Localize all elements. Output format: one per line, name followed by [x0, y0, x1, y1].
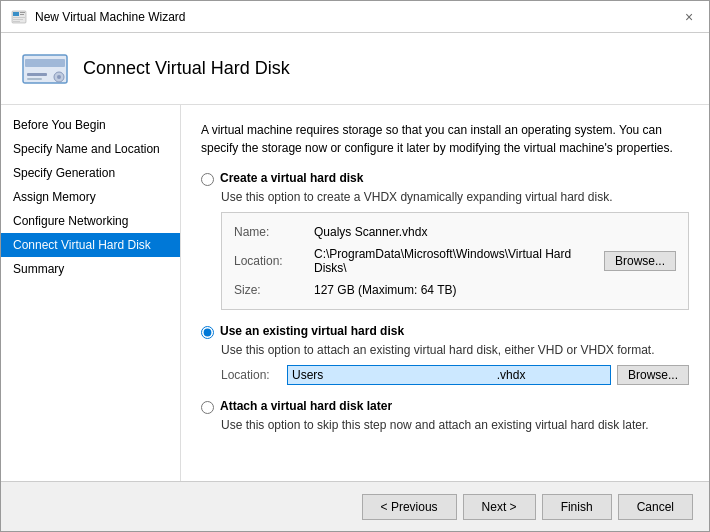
option1-group: Create a virtual hard disk Use this opti… — [201, 171, 689, 310]
intro-text-span: A virtual machine requires storage so th… — [201, 123, 673, 155]
option3-desc: Use this option to skip this step now an… — [221, 418, 689, 432]
sidebar-item-networking[interactable]: Configure Networking — [1, 209, 180, 233]
footer: < Previous Next > Finish Cancel — [1, 481, 709, 531]
svg-rect-3 — [20, 14, 24, 15]
main-area: Before You Begin Specify Name and Locati… — [1, 105, 709, 481]
sidebar: Before You Begin Specify Name and Locati… — [1, 105, 181, 481]
svg-rect-6 — [13, 21, 20, 22]
cancel-button[interactable]: Cancel — [618, 494, 693, 520]
option2-desc: Use this option to attach an existing vi… — [221, 343, 689, 357]
window-title: New Virtual Machine Wizard — [35, 10, 186, 24]
svg-rect-5 — [13, 19, 23, 20]
option1-radio-row: Create a virtual hard disk — [201, 171, 689, 186]
svg-rect-11 — [27, 73, 47, 76]
sidebar-item-name-location[interactable]: Specify Name and Location — [1, 137, 180, 161]
svg-rect-12 — [27, 78, 42, 80]
size-value: 127 GB (Maximum: 64 TB) — [314, 283, 676, 297]
location-input[interactable] — [287, 365, 611, 385]
svg-rect-8 — [25, 59, 65, 67]
hdd-icon — [21, 51, 69, 87]
svg-point-10 — [57, 75, 61, 79]
size-row: Size: 127 GB (Maximum: 64 TB) — [234, 279, 676, 301]
option2-label[interactable]: Use an existing virtual hard disk — [220, 324, 404, 338]
content-area: A virtual machine requires storage so th… — [181, 105, 709, 481]
svg-rect-1 — [13, 12, 19, 16]
sidebar-item-vhd[interactable]: Connect Virtual Hard Disk — [1, 233, 180, 257]
name-row: Name: Qualys Scanner.vhdx — [234, 221, 676, 243]
name-label: Name: — [234, 225, 314, 239]
option3-label[interactable]: Attach a virtual hard disk later — [220, 399, 392, 413]
location-label: Location: — [234, 254, 314, 268]
option1-fields: Name: Qualys Scanner.vhdx Location: C:\P… — [221, 212, 689, 310]
svg-rect-2 — [20, 12, 25, 13]
svg-rect-4 — [13, 17, 25, 18]
previous-button[interactable]: < Previous — [362, 494, 457, 520]
wizard-window: New Virtual Machine Wizard × Connect Vir… — [0, 0, 710, 532]
location-value: C:\ProgramData\Microsoft\Windows\Virtual… — [314, 247, 604, 275]
sidebar-item-before-you-begin[interactable]: Before You Begin — [1, 113, 180, 137]
browse-button-1[interactable]: Browse... — [604, 251, 676, 271]
create-vhd-radio[interactable] — [201, 173, 214, 186]
option2-location-row: Location: Browse... — [221, 365, 689, 385]
close-button[interactable]: × — [679, 7, 699, 27]
sidebar-item-summary[interactable]: Summary — [1, 257, 180, 281]
option2-location-label: Location: — [221, 368, 281, 382]
option3-group: Attach a virtual hard disk later Use thi… — [201, 399, 689, 432]
intro-text: A virtual machine requires storage so th… — [201, 121, 689, 157]
sidebar-item-memory[interactable]: Assign Memory — [1, 185, 180, 209]
size-label: Size: — [234, 283, 314, 297]
sidebar-item-generation[interactable]: Specify Generation — [1, 161, 180, 185]
attach-later-radio[interactable] — [201, 401, 214, 414]
next-button[interactable]: Next > — [463, 494, 536, 520]
wizard-icon — [11, 9, 27, 25]
option3-radio-row: Attach a virtual hard disk later — [201, 399, 689, 414]
browse-button-2[interactable]: Browse... — [617, 365, 689, 385]
title-bar: New Virtual Machine Wizard × — [1, 1, 709, 33]
option2-radio-row: Use an existing virtual hard disk — [201, 324, 689, 339]
page-header: Connect Virtual Hard Disk — [1, 33, 709, 105]
option1-desc: Use this option to create a VHDX dynamic… — [221, 190, 689, 204]
finish-button[interactable]: Finish — [542, 494, 612, 520]
title-bar-left: New Virtual Machine Wizard — [11, 9, 186, 25]
option1-label[interactable]: Create a virtual hard disk — [220, 171, 363, 185]
name-value: Qualys Scanner.vhdx — [314, 225, 676, 239]
option2-group: Use an existing virtual hard disk Use th… — [201, 324, 689, 385]
page-title: Connect Virtual Hard Disk — [83, 58, 290, 79]
location-row: Location: C:\ProgramData\Microsoft\Windo… — [234, 243, 676, 279]
existing-vhd-radio[interactable] — [201, 326, 214, 339]
